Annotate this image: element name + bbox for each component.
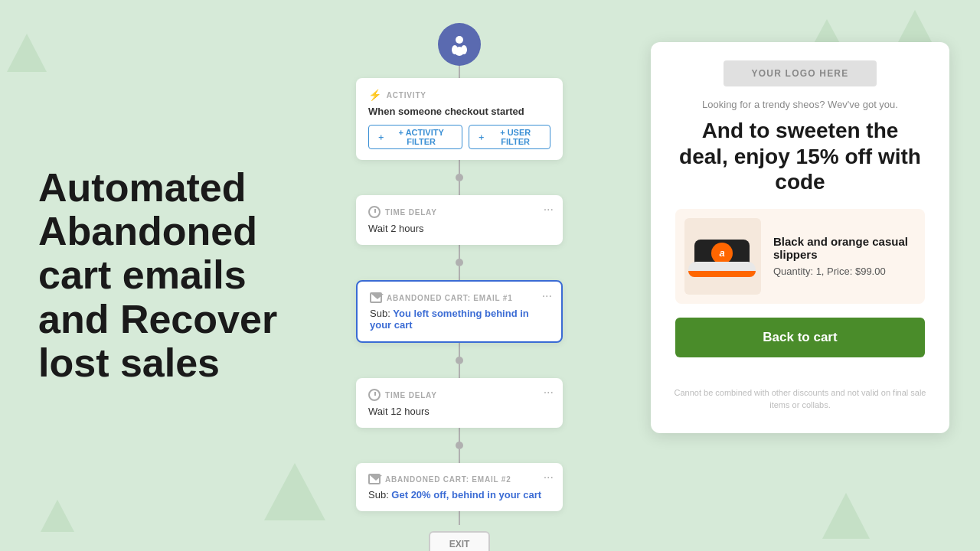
- connector-dot-1: [456, 174, 463, 181]
- hero-title: Automated Abandoned cart emails and Reco…: [38, 166, 322, 385]
- svg-point-9: [455, 47, 464, 56]
- connector-line-2: [459, 245, 460, 259]
- left-panel: Automated Abandoned cart emails and Reco…: [0, 0, 322, 551]
- email-icon-1: [370, 292, 382, 303]
- logo-placeholder: YOUR LOGO HERE: [724, 60, 877, 86]
- connector-line-0: [459, 64, 460, 78]
- exit-box: EXIT: [429, 531, 490, 551]
- email-card-1: ··· ABANDONED CART: EMAIL #1 Sub: You le…: [356, 280, 563, 343]
- slipper-logo: a: [711, 243, 733, 264]
- time-delay-1-label: TIME DELAY: [368, 206, 550, 218]
- more-btn-3[interactable]: ···: [544, 386, 554, 399]
- connector-line-1: [459, 160, 460, 174]
- slipper-illustration: a: [688, 235, 757, 277]
- connector-line-3: [459, 343, 460, 357]
- activity-filter-btn[interactable]: ＋ + ACTIVITY FILTER: [368, 125, 462, 149]
- disclaimer: Cannot be combined with other discounts …: [651, 386, 949, 412]
- connector-dot-3: [456, 357, 463, 364]
- email-1-content: Sub: You left something behind in your c…: [370, 308, 549, 331]
- back-to-cart-button[interactable]: Back to cart: [675, 318, 925, 357]
- more-btn-4[interactable]: ···: [544, 471, 554, 484]
- connector-dot-4: [456, 442, 463, 449]
- connector-line-5: [459, 511, 460, 525]
- more-btn-1[interactable]: ···: [544, 203, 554, 217]
- email-1-label: ABANDONED CART: EMAIL #1: [370, 292, 549, 303]
- bolt-icon: ⚡: [368, 89, 382, 101]
- start-icon: [438, 23, 481, 66]
- plus-icon-1: ＋: [377, 132, 385, 143]
- time-delay-2-label: TIME DELAY: [368, 389, 550, 401]
- email-2-content: Sub: Get 20% off, behind in your cart: [368, 489, 550, 500]
- activity-card: ⚡ ACTIVITY When someone checkout started…: [356, 78, 563, 160]
- filter-buttons: ＋ + ACTIVITY FILTER ＋ + USER FILTER: [368, 125, 550, 149]
- time-delay-card-2: ··· TIME DELAY Wait 12 hours: [356, 378, 563, 428]
- clock-icon-1: [368, 206, 381, 218]
- product-row: a Black and orange casual slippers Quant…: [675, 209, 925, 304]
- product-details: Black and orange casual slippers Quantit…: [773, 235, 916, 277]
- svg-marker-4: [822, 493, 870, 539]
- connector-line-1b: [459, 181, 460, 195]
- connector-line-4b: [459, 449, 460, 463]
- svg-marker-1: [898, 10, 932, 42]
- activity-content: When someone checkout started: [368, 106, 550, 117]
- email-preview: YOUR LOGO HERE Looking for a trendy sheo…: [651, 42, 949, 433]
- clock-icon-2: [368, 389, 381, 401]
- email-2-label: ABANDONED CART: EMAIL #2: [368, 474, 550, 484]
- plus-icon-2: ＋: [477, 132, 485, 143]
- flow-panel: ⚡ ACTIVITY When someone checkout started…: [322, 23, 597, 551]
- slipper-sole-accent: [688, 271, 756, 277]
- connector-line-3b: [459, 364, 460, 378]
- product-name: Black and orange casual slippers: [773, 235, 916, 261]
- connector-line-2b: [459, 266, 460, 280]
- email-headline: And to sweeten the deal, enjoy 15% off w…: [675, 118, 925, 195]
- svg-point-6: [456, 36, 463, 44]
- email-icon-2: [368, 474, 381, 484]
- email-card-2: ··· ABANDONED CART: EMAIL #2 Sub: Get 20…: [356, 463, 563, 511]
- email-subtitle: Looking for a trendy sheos? Wev've got y…: [675, 99, 925, 110]
- time-delay-2-content: Wait 12 hours: [368, 406, 550, 417]
- product-meta: Quantity: 1, Price: $99.00: [773, 266, 916, 277]
- more-btn-2[interactable]: ···: [542, 289, 552, 303]
- time-delay-1-content: Wait 2 hours: [368, 223, 550, 234]
- activity-label: ⚡ ACTIVITY: [368, 89, 550, 101]
- connector-line-4: [459, 428, 460, 442]
- time-delay-card-1: ··· TIME DELAY Wait 2 hours: [356, 195, 563, 245]
- product-image: a: [684, 218, 761, 295]
- user-filter-btn[interactable]: ＋ + USER FILTER: [469, 125, 550, 149]
- connector-dot-2: [456, 259, 463, 266]
